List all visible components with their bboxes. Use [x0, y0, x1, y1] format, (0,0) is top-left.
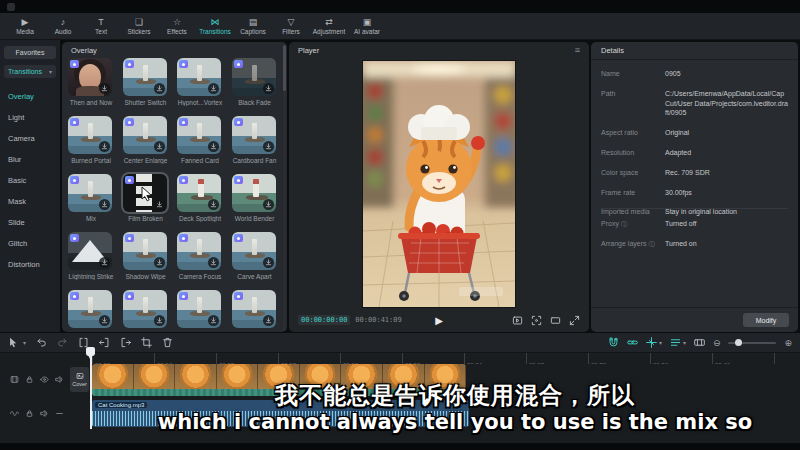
delete-left-icon[interactable] — [99, 337, 110, 348]
crop-icon[interactable] — [141, 337, 152, 348]
transition-item[interactable]: Cardboard Fan — [232, 116, 278, 165]
transition-item[interactable]: Then and Now — [68, 58, 114, 107]
zoom-in-icon[interactable]: ⊕ — [784, 338, 792, 348]
toolbar-item[interactable]: ▤ Captions — [234, 13, 272, 39]
sidebar-category-item[interactable]: Light — [0, 107, 60, 128]
transition-thumbnail[interactable] — [68, 232, 112, 270]
sidebar-category-item[interactable]: Slide — [0, 212, 60, 233]
lock-icon[interactable] — [25, 409, 34, 418]
transition-thumbnail[interactable] — [232, 290, 276, 328]
category-dropdown[interactable]: Transitions ▾ — [4, 65, 56, 78]
collapse-icon[interactable] — [55, 409, 64, 418]
transition-thumbnail[interactable] — [232, 174, 276, 212]
undo-icon[interactable] — [36, 337, 47, 348]
select-tool-caret-icon[interactable]: ▾ — [23, 339, 26, 346]
transition-item[interactable]: Fanned Card — [177, 116, 223, 165]
toolbar-item[interactable]: ▶ Media — [6, 13, 44, 39]
transition-thumbnail[interactable] — [68, 116, 112, 154]
delete-right-icon[interactable] — [120, 337, 131, 348]
link-icon[interactable] — [627, 337, 638, 348]
transition-item[interactable]: Film Broken — [123, 174, 169, 223]
transition-item[interactable]: World Bender — [232, 174, 278, 223]
timeline-ruler[interactable]: 00:0000:0400:0800:1200:1600:2000:2400:28… — [92, 353, 800, 364]
snap-icon[interactable] — [608, 337, 619, 348]
modify-button[interactable]: Modify — [743, 313, 789, 327]
fit-screen-icon[interactable] — [531, 315, 542, 326]
hide-icon[interactable] — [40, 375, 49, 384]
transition-thumbnail[interactable] — [123, 58, 167, 96]
transition-item[interactable]: Carve Apart — [232, 232, 278, 281]
delete-icon[interactable] — [162, 337, 173, 348]
transition-thumbnail[interactable] — [232, 116, 276, 154]
lock-icon[interactable] — [25, 375, 34, 384]
info-icon[interactable]: ⓘ — [621, 221, 627, 227]
toolbar-item[interactable]: ▣ AI avatar — [348, 13, 386, 39]
zoom-slider-knob[interactable] — [735, 339, 742, 346]
transition-thumbnail[interactable] — [123, 174, 167, 212]
transition-thumbnail[interactable] — [177, 232, 221, 270]
transition-item[interactable]: Camera Focus — [177, 232, 223, 281]
transition-item[interactable] — [68, 290, 114, 332]
play-button[interactable]: ▶ — [435, 315, 443, 326]
sidebar-category-item[interactable]: Distortion — [0, 254, 60, 275]
sidebar-category-item[interactable]: Mask — [0, 191, 60, 212]
preview-axis-caret-icon[interactable]: ▾ — [659, 339, 662, 346]
cover-button[interactable]: Cover — [70, 367, 89, 392]
toolbar-item[interactable]: ♪ Audio — [44, 13, 82, 39]
sidebar-category-item[interactable]: Basic — [0, 170, 60, 191]
mute-icon[interactable] — [40, 409, 49, 418]
transition-item[interactable] — [123, 290, 169, 332]
playhead[interactable] — [90, 347, 92, 429]
transition-thumbnail[interactable] — [177, 290, 221, 328]
transition-thumbnail[interactable] — [123, 290, 167, 328]
toolbar-item[interactable]: ⋈ Transitions — [196, 13, 234, 39]
transition-thumbnail[interactable] — [68, 290, 112, 328]
track-height-caret-icon[interactable]: ▾ — [683, 339, 686, 346]
zoom-out-icon[interactable]: ⊖ — [713, 338, 721, 348]
transition-item[interactable]: Shutter Switch — [123, 58, 169, 107]
transition-thumbnail[interactable] — [123, 116, 167, 154]
transition-thumbnail[interactable] — [177, 174, 221, 212]
toolbar-item[interactable]: ❏ Stickers — [120, 13, 158, 39]
player-menu-icon[interactable]: ≡ — [575, 45, 580, 55]
transition-item[interactable]: Hypnot...Vortex — [177, 58, 223, 107]
sidebar-category-item[interactable]: Camera — [0, 128, 60, 149]
transition-thumbnail[interactable] — [177, 58, 221, 96]
toolbar-item[interactable]: ▽ Filters — [272, 13, 310, 39]
transition-thumbnail[interactable] — [177, 116, 221, 154]
fullscreen-icon[interactable] — [569, 315, 580, 326]
playhead-handle[interactable] — [86, 347, 95, 356]
toolbar-item[interactable]: ⇄ Adjustment — [310, 13, 348, 39]
transition-thumbnail[interactable] — [123, 232, 167, 270]
preview-axis-icon[interactable] — [646, 337, 657, 348]
toolbar-item[interactable]: ☆ Effects — [158, 13, 196, 39]
timeline-zoom-slider[interactable] — [728, 342, 776, 344]
track-height-icon[interactable] — [670, 337, 681, 348]
favorites-button[interactable]: Favorites — [4, 46, 56, 59]
transition-item[interactable]: Shadow Wipe — [123, 232, 169, 281]
transition-item[interactable]: Mix — [68, 174, 114, 223]
transition-item[interactable]: Burned Portal — [68, 116, 114, 165]
transition-thumbnail[interactable] — [68, 58, 112, 96]
preview-mode-icon[interactable] — [512, 315, 523, 326]
sidebar-category-item[interactable]: Overlay — [0, 86, 60, 107]
mute-icon[interactable] — [55, 375, 64, 384]
redo-icon[interactable] — [57, 337, 68, 348]
sidebar-category-item[interactable]: Blur — [0, 149, 60, 170]
info-icon[interactable]: ⓘ — [649, 241, 655, 247]
transition-item[interactable] — [177, 290, 223, 332]
transition-thumbnail[interactable] — [232, 232, 276, 270]
select-tool-icon[interactable] — [8, 337, 19, 348]
transition-thumbnail[interactable] — [232, 58, 276, 96]
sidebar-category-item[interactable]: Glitch — [0, 233, 60, 254]
transition-item[interactable]: Lightning Strike — [68, 232, 114, 281]
aspect-ratio-icon[interactable] — [550, 315, 561, 326]
library-scrollbar[interactable] — [283, 45, 286, 331]
transition-thumbnail[interactable] — [68, 174, 112, 212]
render-preview-icon[interactable] — [694, 337, 705, 348]
transition-item[interactable]: Deck Spotlight — [177, 174, 223, 223]
transition-item[interactable]: Black Fade — [232, 58, 278, 107]
toolbar-item[interactable]: T Text — [82, 13, 120, 39]
transition-item[interactable] — [232, 290, 278, 332]
transition-item[interactable]: Center Enlarge — [123, 116, 169, 165]
